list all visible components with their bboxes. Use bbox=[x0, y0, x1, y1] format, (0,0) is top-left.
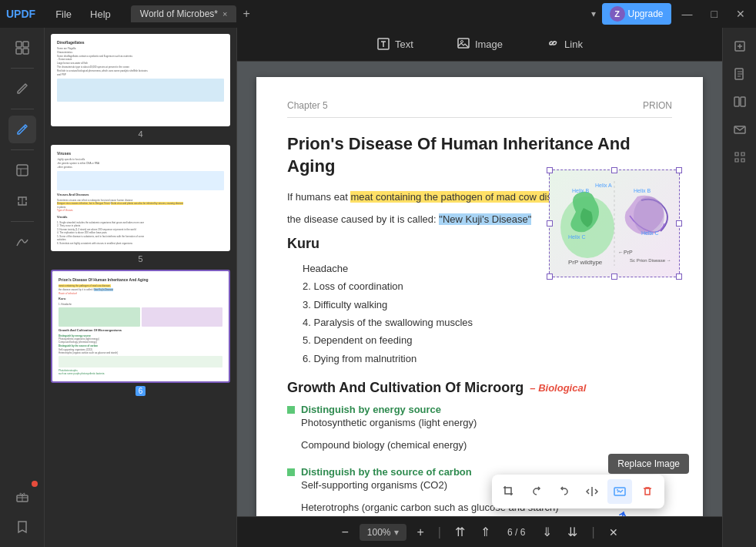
tab-close-button[interactable]: × bbox=[222, 9, 227, 18]
upgrade-button[interactable]: Z Upgrade bbox=[602, 3, 671, 25]
menu-help[interactable]: Help bbox=[82, 5, 119, 23]
thumb-img-5: Viruses -highly specific to host cells -… bbox=[51, 145, 230, 251]
handle-ml[interactable] bbox=[547, 220, 553, 227]
sidebar-icon-edit[interactable] bbox=[8, 75, 36, 102]
sidebar-divider-4 bbox=[11, 221, 34, 222]
sidebar-icon-convert[interactable] bbox=[8, 187, 36, 215]
active-page-badge: 6 bbox=[135, 386, 146, 396]
tab-add-button[interactable]: + bbox=[243, 7, 249, 21]
nav-first-button[interactable]: ⇈ bbox=[450, 522, 470, 542]
menu-file[interactable]: File bbox=[48, 5, 79, 23]
toolbar-separator-2: | bbox=[591, 525, 594, 539]
close-button[interactable]: ✕ bbox=[731, 6, 750, 22]
handle-mr[interactable] bbox=[676, 220, 682, 227]
right-icon-mail[interactable] bbox=[728, 117, 752, 142]
svg-point-13 bbox=[460, 40, 463, 42]
right-icon-ocr[interactable] bbox=[728, 145, 752, 169]
toolbar-image-button[interactable]: Image bbox=[447, 32, 512, 58]
svg-rect-2 bbox=[16, 49, 22, 54]
bullet-energy: Distinguish by energy source Photosynthe… bbox=[287, 404, 672, 460]
text-tool-icon bbox=[376, 36, 390, 53]
zoom-in-button[interactable]: + bbox=[413, 522, 429, 542]
replace-image-tooltip: Replace Image bbox=[608, 454, 689, 474]
chapter-label: Chapter 5 bbox=[287, 100, 328, 111]
intro-highlight-blue: "New Kuji's Disease" bbox=[439, 213, 531, 225]
bullet1-item2: Compound biology (chemical energy) bbox=[301, 438, 477, 454]
image-tool-icon bbox=[457, 36, 470, 53]
zoom-dropdown-icon[interactable]: ▾ bbox=[394, 527, 399, 538]
thumb-label-5: 5 bbox=[51, 254, 230, 263]
bullet-dot-2 bbox=[287, 468, 295, 476]
toolbar-separator-1: | bbox=[438, 525, 441, 539]
sidebar-icon-bookmark[interactable] bbox=[8, 513, 36, 541]
right-icon-pdf[interactable] bbox=[728, 62, 752, 86]
page-separator: / bbox=[515, 527, 520, 538]
section-growth-label: Growth And Cultivation Of Microorg bbox=[287, 380, 524, 396]
svg-line-4 bbox=[24, 126, 25, 128]
sidebar-icon-annotate[interactable] bbox=[8, 116, 36, 143]
bullet1-title: Distinguish by energy source bbox=[301, 404, 477, 415]
tab-dropdown-arrow[interactable]: ▾ bbox=[591, 8, 596, 19]
rotate-ccw-button[interactable] bbox=[552, 479, 577, 504]
tab-label: World of Microbes* bbox=[140, 8, 218, 19]
svg-rect-29 bbox=[734, 97, 739, 106]
edit-toolbar: Text Image Link bbox=[237, 28, 722, 62]
intro-text-2: the disease caused by it is called: bbox=[287, 213, 439, 225]
zoom-out-button[interactable]: − bbox=[336, 522, 353, 542]
upgrade-label: Upgrade bbox=[628, 8, 664, 19]
titlebar: UPDF File Help World of Microbes* × + ▾ … bbox=[0, 0, 756, 28]
chapter-right: PRION bbox=[643, 100, 672, 111]
right-icon-compare[interactable] bbox=[728, 89, 752, 114]
pdf-image-selection[interactable]: PrP wildtype ←PrP Sc Prion Disease → bbox=[549, 169, 680, 277]
page-total: 6 bbox=[520, 527, 526, 538]
toolbar-link-button[interactable]: Link bbox=[537, 32, 592, 58]
handle-bl[interactable] bbox=[547, 274, 553, 280]
pdf-viewer[interactable]: Chapter 5 PRION Prion's Disease Of Human… bbox=[237, 62, 722, 516]
nav-prev-button[interactable]: ⇑ bbox=[476, 522, 495, 542]
crop-button[interactable] bbox=[497, 479, 521, 504]
bottom-toolbar: − 100% ▾ + | ⇈ ⇑ 6 / 6 ⇓ ⇊ | ✕ bbox=[237, 516, 722, 547]
right-icon-export[interactable] bbox=[728, 34, 752, 59]
toolbar-link-label: Link bbox=[564, 39, 583, 50]
left-sidebar bbox=[0, 28, 45, 547]
svg-rect-3 bbox=[23, 49, 28, 54]
link-tool-icon bbox=[546, 36, 560, 53]
svg-point-26 bbox=[617, 489, 618, 491]
sidebar-icon-gift[interactable] bbox=[8, 482, 36, 510]
thumb-img-4: Dinoflagellates Some are Flagella Charac… bbox=[51, 34, 230, 126]
selection-border bbox=[549, 169, 680, 277]
window-controls: — □ ✕ bbox=[677, 6, 750, 22]
handle-bm[interactable] bbox=[611, 274, 617, 280]
handle-tl[interactable] bbox=[547, 167, 553, 173]
nav-next-button[interactable]: ⇓ bbox=[537, 522, 557, 542]
flip-button[interactable] bbox=[580, 479, 604, 504]
sidebar-icon-organize[interactable] bbox=[8, 156, 36, 184]
biological-note: – Biological bbox=[530, 382, 586, 394]
right-sidebar bbox=[722, 28, 756, 547]
toolbar-text-button[interactable]: Text bbox=[367, 32, 423, 58]
toolbar-close-button[interactable]: ✕ bbox=[604, 523, 623, 542]
bullet-dot-1 bbox=[287, 406, 295, 414]
active-tab[interactable]: World of Microbes* × bbox=[131, 5, 237, 22]
sidebar-icon-thumbnails[interactable] bbox=[8, 34, 36, 62]
delete-image-button[interactable] bbox=[635, 479, 660, 504]
kuru-item-4: 4. Paralysis of the swallowing muscles bbox=[303, 314, 672, 331]
thumbnail-page-4[interactable]: Dinoflagellates Some are Flagella Charac… bbox=[51, 34, 230, 139]
nav-last-button[interactable]: ⇊ bbox=[563, 522, 582, 542]
kuru-item-6: 6. Dying from malnutrition bbox=[303, 350, 672, 367]
handle-tr[interactable] bbox=[676, 167, 682, 173]
kuru-item-2: 2. Loss of coordination bbox=[303, 277, 672, 295]
toolbar-text-label: Text bbox=[395, 39, 413, 50]
thumbnail-page-6[interactable]: Prion's Disease Of Human Inheritance And… bbox=[51, 270, 230, 398]
thumbnail-page-5[interactable]: Viruses -highly specific to host cells -… bbox=[51, 145, 230, 263]
handle-br[interactable] bbox=[676, 274, 682, 280]
sidebar-divider-3 bbox=[11, 149, 34, 150]
sidebar-icon-signature[interactable] bbox=[8, 228, 36, 256]
minimize-button[interactable]: — bbox=[677, 6, 697, 22]
bullet1-item1: Photosynthetic organisms (light energy) bbox=[301, 415, 477, 431]
toolbar-image-label: Image bbox=[475, 39, 503, 50]
handle-tm[interactable] bbox=[611, 167, 617, 173]
maximize-button[interactable]: □ bbox=[707, 6, 722, 22]
rotate-cw-button[interactable] bbox=[524, 479, 549, 504]
thumbnail-panel[interactable]: Dinoflagellates Some are Flagella Charac… bbox=[45, 28, 237, 547]
